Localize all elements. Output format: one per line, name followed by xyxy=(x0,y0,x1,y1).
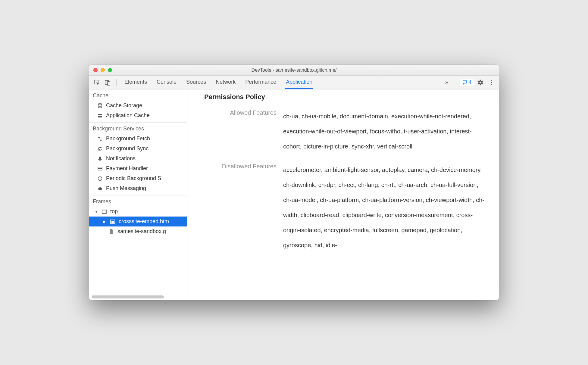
sidebar-item-label: Notifications xyxy=(106,155,136,162)
document-icon xyxy=(108,229,114,234)
svg-rect-8 xyxy=(100,114,102,115)
titlebar: DevTools - samesite-sandbox.glitch.me/ xyxy=(89,65,499,76)
devtools-window: DevTools - samesite-sandbox.glitch.me/ E… xyxy=(89,65,499,300)
svg-rect-17 xyxy=(111,221,114,223)
svg-rect-7 xyxy=(98,114,100,115)
frame-details-pane[interactable]: Permissions Policy Allowed Features ch-u… xyxy=(187,89,499,300)
message-count-value: 4 xyxy=(469,80,471,85)
panel-tabs: Elements Console Sources Network Perform… xyxy=(124,76,441,89)
group-header-background-services: Background Services xyxy=(89,123,187,134)
minimize-window-button[interactable] xyxy=(101,68,105,72)
sidebar-item-notifications[interactable]: Notifications xyxy=(89,154,187,164)
tab-application[interactable]: Application xyxy=(285,76,313,89)
sync-icon xyxy=(97,146,103,151)
group-header-cache: Cache xyxy=(89,89,187,101)
fetch-icon xyxy=(97,136,103,142)
allowed-features-value: ch-ua, ch-ua-mobile, document-domain, ex… xyxy=(283,109,488,154)
cloud-icon xyxy=(97,186,103,191)
disallowed-features-label: Disallowed Features xyxy=(204,162,277,170)
disallowed-features-value: accelerometer, ambient-light-sensor, aut… xyxy=(283,162,488,253)
sidebar-item-payment-handler[interactable]: Payment Handler xyxy=(89,164,187,173)
window-controls xyxy=(93,68,112,72)
sidebar-item-cache-storage[interactable]: Cache Storage xyxy=(89,101,187,111)
svg-point-6 xyxy=(98,103,102,105)
tab-performance[interactable]: Performance xyxy=(245,76,277,89)
sidebar-item-push-messaging[interactable]: Push Messaging xyxy=(89,183,187,193)
sidebar-item-background-fetch[interactable]: Background Fetch xyxy=(89,134,187,144)
sidebar-item-application-cache[interactable]: Application Cache xyxy=(89,111,187,120)
toggle-device-icon[interactable] xyxy=(103,78,112,87)
sidebar-horizontal-scrollbar[interactable] xyxy=(92,295,164,298)
tab-elements[interactable]: Elements xyxy=(124,76,148,89)
allowed-features-label: Allowed Features xyxy=(204,109,277,116)
settings-icon[interactable] xyxy=(476,78,485,87)
group-header-frames: Frames xyxy=(89,195,187,207)
svg-rect-2 xyxy=(108,82,110,85)
disclosure-triangle-icon[interactable]: ▼ xyxy=(95,210,98,214)
svg-rect-9 xyxy=(98,116,100,117)
content-area: Cache Cache Storage Application Cache Ba… xyxy=(89,89,499,300)
clock-icon xyxy=(97,176,103,181)
frame-document[interactable]: samesite-sandbox.g xyxy=(89,226,187,236)
window-title: DevTools - samesite-sandbox.glitch.me/ xyxy=(89,67,499,73)
svg-point-5 xyxy=(491,84,492,85)
close-window-button[interactable] xyxy=(93,68,98,72)
svg-point-4 xyxy=(491,82,492,83)
sidebar-item-background-sync[interactable]: Background Sync xyxy=(89,144,187,154)
sidebar-item-label: Background Fetch xyxy=(106,136,150,142)
database-icon xyxy=(97,103,103,108)
toolbar-separator xyxy=(116,79,117,86)
svg-rect-10 xyxy=(100,116,102,117)
zoom-window-button[interactable] xyxy=(108,68,112,72)
svg-point-3 xyxy=(491,80,492,81)
sidebar-item-label: Cache Storage xyxy=(106,102,142,109)
frame-crosssite-embed[interactable]: ▶ crosssite-embed.htm xyxy=(89,217,187,226)
svg-rect-14 xyxy=(102,210,106,214)
sidebar-item-label: Payment Handler xyxy=(106,165,148,172)
tabs-overflow-button[interactable]: » xyxy=(443,79,451,86)
svg-rect-12 xyxy=(98,168,102,169)
frame-top[interactable]: ▼ top xyxy=(89,207,187,217)
sidebar-item-periodic-background-sync[interactable]: Periodic Background S xyxy=(89,173,187,183)
more-icon[interactable] xyxy=(487,78,496,87)
window-icon xyxy=(101,209,107,214)
grid-icon xyxy=(97,113,103,118)
tab-sources[interactable]: Sources xyxy=(186,76,207,89)
devtools-toolbar: Elements Console Sources Network Perform… xyxy=(89,76,499,89)
frame-label: samesite-sandbox.g xyxy=(117,228,166,235)
sidebar-item-label: Periodic Background S xyxy=(106,175,161,182)
message-icon xyxy=(462,80,467,85)
application-sidebar[interactable]: Cache Cache Storage Application Cache Ba… xyxy=(89,89,187,300)
section-heading: Permissions Policy xyxy=(204,93,488,101)
inspect-element-icon[interactable] xyxy=(92,78,101,87)
frame-label: top xyxy=(110,208,118,215)
allowed-features-row: Allowed Features ch-ua, ch-ua-mobile, do… xyxy=(204,109,488,154)
bell-icon xyxy=(97,156,103,161)
frame-label: crosssite-embed.htm xyxy=(119,218,169,225)
tab-network[interactable]: Network xyxy=(215,76,236,89)
embed-frame-icon xyxy=(110,219,116,224)
console-message-count[interactable]: 4 xyxy=(460,79,474,86)
tab-console[interactable]: Console xyxy=(156,76,177,89)
sidebar-item-label: Push Messaging xyxy=(106,185,146,192)
sidebar-item-label: Application Cache xyxy=(106,112,150,119)
disclosure-triangle-icon[interactable]: ▶ xyxy=(103,220,107,224)
credit-card-icon xyxy=(97,166,103,171)
disallowed-features-row: Disallowed Features accelerometer, ambie… xyxy=(204,162,488,253)
sidebar-item-label: Background Sync xyxy=(106,145,149,152)
